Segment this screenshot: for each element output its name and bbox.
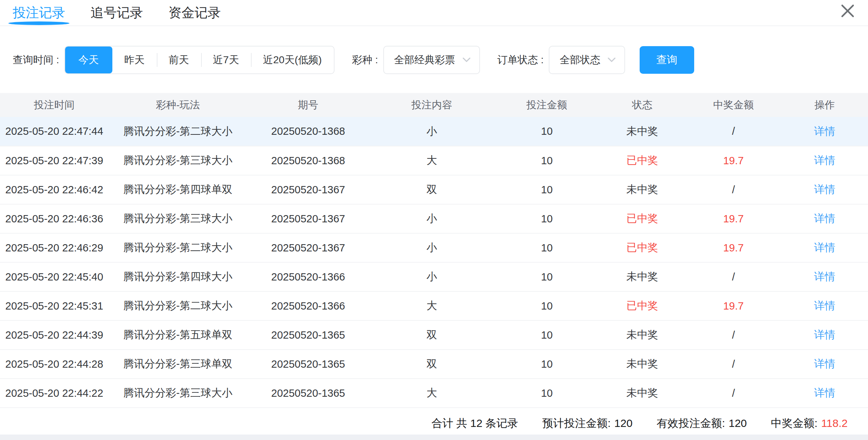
- cell-game-play: 腾讯分分彩-第二球大小: [108, 291, 247, 320]
- close-button[interactable]: [839, 2, 856, 20]
- cell-bet-amount: 10: [495, 204, 599, 233]
- cell-prize-amount: /: [686, 175, 781, 204]
- detail-link[interactable]: 详情: [814, 154, 835, 166]
- cell-issue-number: 20250520-1368: [247, 146, 369, 175]
- cell-status: 未中奖: [599, 175, 686, 204]
- date-option-4[interactable]: 近20天(低频): [251, 47, 334, 73]
- cell-game-play: 腾讯分分彩-第二球大小: [108, 233, 247, 262]
- cell-bet-amount: 10: [495, 379, 599, 408]
- order-status-value: 全部状态: [560, 53, 600, 67]
- lottery-select[interactable]: 全部经典彩票: [383, 46, 480, 74]
- cell-status: 未中奖: [599, 117, 686, 146]
- date-option-2[interactable]: 前天: [157, 47, 201, 73]
- cell-bet-time: 2025-05-20 22:44:28: [0, 350, 108, 379]
- cell-bet-amount: 10: [495, 350, 599, 379]
- summary-prize: 中奖金额:118.2: [771, 416, 848, 431]
- table-row: 2025-05-20 22:44:22 腾讯分分彩-第三球大小 20250520…: [0, 379, 868, 408]
- cell-bet-time: 2025-05-20 22:46:36: [0, 204, 108, 233]
- tab-label: 投注记录: [13, 4, 65, 22]
- cell-action: 详情: [781, 262, 868, 291]
- cell-game-play: 腾讯分分彩-第四球单双: [108, 175, 247, 204]
- cell-issue-number: 20250520-1368: [247, 117, 369, 146]
- table-row: 2025-05-20 22:47:39 腾讯分分彩-第三球大小 20250520…: [0, 146, 868, 175]
- cell-bet-time: 2025-05-20 22:47:44: [0, 117, 108, 146]
- cell-bet-time: 2025-05-20 22:45:40: [0, 262, 108, 291]
- cell-bet-amount: 10: [495, 262, 599, 291]
- table-header-row: 投注时间彩种-玩法期号投注内容投注金额状态中奖金额操作: [0, 93, 868, 117]
- cell-issue-number: 20250520-1367: [247, 175, 369, 204]
- detail-link[interactable]: 详情: [814, 300, 835, 311]
- cell-bet-amount: 10: [495, 233, 599, 262]
- betting-records-modal: 投注记录 追号记录 资金记录 查询时间 : 今天昨天前天近7天近20天(低频) …: [0, 0, 868, 440]
- tab-bar: 投注记录 追号记录 资金记录: [0, 0, 868, 26]
- column-header: 彩种-玩法: [108, 93, 247, 117]
- table-row: 2025-05-20 22:46:42 腾讯分分彩-第四球单双 20250520…: [0, 175, 868, 204]
- cell-bet-content: 双: [369, 175, 495, 204]
- detail-link[interactable]: 详情: [814, 387, 835, 399]
- cell-bet-content: 小: [369, 233, 495, 262]
- query-button[interactable]: 查询: [640, 46, 694, 74]
- cell-bet-amount: 10: [495, 175, 599, 204]
- tab-label: 追号记录: [91, 4, 143, 22]
- cell-prize-amount: /: [686, 117, 781, 146]
- cell-bet-content: 大: [369, 291, 495, 320]
- cell-game-play: 腾讯分分彩-第三球单双: [108, 350, 247, 379]
- column-header: 状态: [599, 93, 686, 117]
- date-range-group: 今天昨天前天近7天近20天(低频): [64, 46, 335, 74]
- cell-game-play: 腾讯分分彩-第三球大小: [108, 146, 247, 175]
- date-option-0[interactable]: 今天: [65, 47, 112, 73]
- bottom-edge-band: [0, 435, 868, 440]
- cell-issue-number: 20250520-1365: [247, 320, 369, 350]
- tab-chase-records[interactable]: 追号记录: [91, 0, 143, 26]
- cell-issue-number: 20250520-1365: [247, 350, 369, 379]
- cell-game-play: 腾讯分分彩-第三球大小: [108, 379, 247, 408]
- tab-fund-records[interactable]: 资金记录: [168, 0, 221, 26]
- cell-bet-time: 2025-05-20 22:47:39: [0, 146, 108, 175]
- detail-link[interactable]: 详情: [814, 125, 835, 137]
- date-option-1[interactable]: 昨天: [112, 47, 157, 73]
- order-status-select[interactable]: 全部状态: [549, 46, 625, 74]
- cell-prize-amount: /: [686, 379, 781, 408]
- column-header: 投注内容: [369, 93, 495, 117]
- cell-action: 详情: [781, 320, 868, 350]
- cell-game-play: 腾讯分分彩-第二球大小: [108, 117, 247, 146]
- order-status-label: 订单状态 :: [497, 53, 544, 67]
- detail-link[interactable]: 详情: [814, 329, 835, 340]
- cell-bet-amount: 10: [495, 320, 599, 350]
- column-header: 中奖金额: [686, 93, 781, 117]
- cell-status: 未中奖: [599, 350, 686, 379]
- lottery-select-value: 全部经典彩票: [394, 53, 455, 67]
- cell-bet-time: 2025-05-20 22:45:31: [0, 291, 108, 320]
- detail-link[interactable]: 详情: [814, 213, 835, 224]
- table-row: 2025-05-20 22:44:28 腾讯分分彩-第三球单双 20250520…: [0, 350, 868, 379]
- cell-bet-time: 2025-05-20 22:46:42: [0, 175, 108, 204]
- cell-bet-content: 小: [369, 262, 495, 291]
- detail-link[interactable]: 详情: [814, 271, 835, 282]
- cell-prize-amount: /: [686, 320, 781, 350]
- detail-link[interactable]: 详情: [814, 242, 835, 253]
- cell-bet-content: 双: [369, 350, 495, 379]
- summary-expected-bet: 预计投注金额:120: [542, 416, 632, 431]
- cell-bet-amount: 10: [495, 146, 599, 175]
- cell-bet-content: 大: [369, 379, 495, 408]
- cell-status: 未中奖: [599, 262, 686, 291]
- cell-status: 已中奖: [599, 204, 686, 233]
- cell-action: 详情: [781, 350, 868, 379]
- cell-bet-content: 大: [369, 146, 495, 175]
- cell-action: 详情: [781, 291, 868, 320]
- cell-bet-amount: 10: [495, 117, 599, 146]
- cell-status: 未中奖: [599, 320, 686, 350]
- summary-bar: 合计 共 12 条记录 预计投注金额:120 有效投注金额:120 中奖金额:1…: [0, 416, 868, 431]
- cell-prize-amount: /: [686, 350, 781, 379]
- chevron-down-icon: [608, 57, 616, 62]
- detail-link[interactable]: 详情: [814, 183, 835, 195]
- cell-action: 详情: [781, 204, 868, 233]
- time-filter-label: 查询时间 :: [13, 53, 59, 67]
- date-option-3[interactable]: 近7天: [201, 47, 251, 73]
- cell-prize-amount: 19.7: [686, 146, 781, 175]
- chevron-down-icon: [463, 57, 471, 62]
- cell-issue-number: 20250520-1365: [247, 379, 369, 408]
- detail-link[interactable]: 详情: [814, 358, 835, 370]
- tab-bet-records[interactable]: 投注记录: [13, 0, 65, 26]
- table-row: 2025-05-20 22:45:40 腾讯分分彩-第四球大小 20250520…: [0, 262, 868, 291]
